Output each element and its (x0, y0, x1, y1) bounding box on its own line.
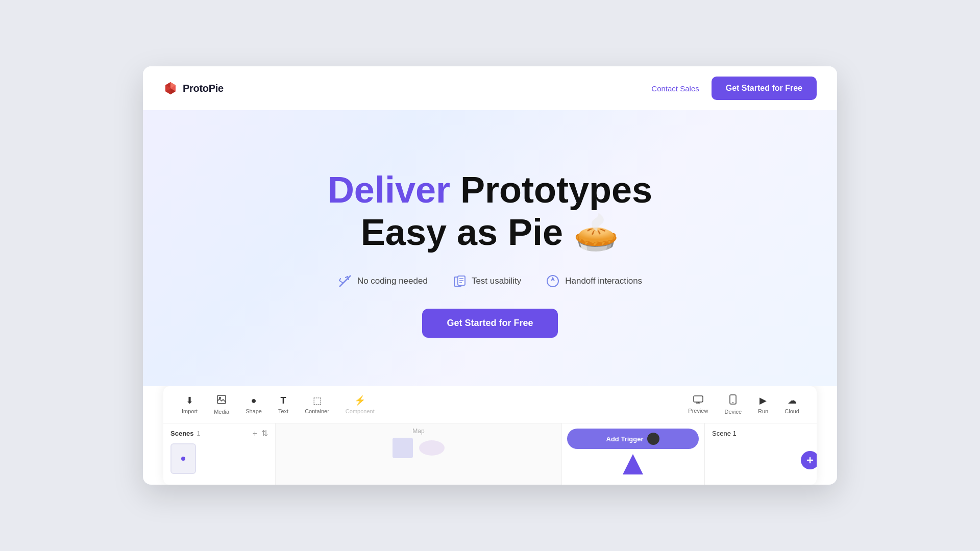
feature-test-usability-label: Test usability (472, 276, 521, 286)
get-started-button-hero[interactable]: Get Started for Free (422, 309, 557, 338)
feature-no-coding-label: No coding needed (357, 276, 428, 286)
text-icon: T (281, 395, 286, 406)
toolbar-device[interactable]: Device (717, 390, 749, 419)
scene1-label: Scene 1 (712, 430, 737, 437)
logo-icon (163, 81, 178, 95)
trigger-toggle (647, 433, 659, 445)
import-label: Import (182, 408, 198, 414)
scenes-actions: + ⇅ (253, 429, 268, 438)
import-icon: ⬇ (186, 395, 193, 406)
hero-title: Deliver Prototypes Easy as Pie 🥧 (328, 169, 652, 254)
toolbar-shape[interactable]: ● Shape (237, 391, 270, 418)
preview-icon (693, 395, 703, 406)
map-content (393, 438, 445, 458)
feature-test-usability: Test usability (452, 274, 521, 288)
app-window: ProtoPie Contact Sales Get Started for F… (143, 66, 837, 485)
svg-rect-9 (694, 396, 703, 402)
run-label: Run (758, 408, 768, 414)
toolbar-run[interactable]: ▶ Run (751, 391, 775, 418)
hero-section: Deliver Prototypes Easy as Pie 🥧 No codi… (143, 110, 837, 386)
add-trigger-button[interactable]: Add Trigger (567, 429, 699, 449)
logo-area: ProtoPie (163, 81, 224, 95)
map-label: Map (412, 428, 424, 435)
map-shape-1 (393, 438, 413, 458)
scenes-count: 1 (197, 430, 201, 437)
scenes-label: Scenes (170, 430, 194, 437)
media-label: Media (214, 409, 229, 415)
feature-handoff-label: Handoff interactions (565, 276, 642, 286)
contact-sales-link[interactable]: Contact Sales (651, 84, 699, 93)
shape-icon: ● (251, 395, 257, 406)
cloud-label: Cloud (785, 408, 799, 414)
component-icon: ⚡ (354, 395, 365, 406)
handoff-icon (546, 274, 560, 288)
logo-text: ProtoPie (183, 83, 224, 94)
media-icon (217, 395, 226, 407)
scenes-panel: Scenes 1 + ⇅ (163, 423, 276, 485)
hero-title-line2: Easy as Pie 🥧 (328, 211, 652, 254)
features-row: No coding needed Test usability (338, 274, 642, 288)
sort-scenes-button[interactable]: ⇅ (261, 429, 268, 438)
run-icon: ▶ (760, 395, 767, 406)
get-started-button-header[interactable]: Get Started for Free (712, 77, 817, 100)
component-label: Component (346, 408, 375, 414)
no-code-icon (338, 274, 352, 288)
text-label: Text (278, 408, 288, 414)
floating-action-button[interactable] (801, 451, 817, 469)
toolbar-import[interactable]: ⬇ Import (174, 391, 206, 418)
bottom-panel: ⬇ Import Media ● (163, 386, 817, 485)
add-scene-button[interactable]: + (253, 429, 257, 438)
trigger-panel: Add Trigger (561, 423, 704, 485)
scene-thumb-dot (181, 457, 185, 461)
feature-no-coding: No coding needed (338, 274, 428, 288)
toolbar-media[interactable]: Media (206, 391, 237, 419)
scene-thumbnail[interactable] (170, 443, 196, 474)
hero-title-prototypes: Prototypes (460, 169, 652, 210)
toolbar-left: ⬇ Import Media ● (174, 391, 679, 419)
map-shape-2 (419, 440, 445, 456)
device-icon (729, 394, 737, 407)
toolbar-text[interactable]: T Text (270, 391, 297, 418)
scenes-title-row: Scenes 1 (170, 430, 200, 437)
container-label: Container (305, 408, 329, 414)
container-icon: ⬚ (313, 395, 322, 406)
toolbar: ⬇ Import Media ● (163, 386, 817, 423)
preview-label: Preview (688, 408, 708, 414)
scenes-header: Scenes 1 + ⇅ (170, 429, 268, 438)
toolbar-preview[interactable]: Preview (681, 391, 715, 418)
panel-bottom: Scenes 1 + ⇅ Map (163, 423, 817, 485)
shape-label: Shape (246, 408, 262, 414)
feature-handoff: Handoff interactions (546, 274, 642, 288)
toolbar-container[interactable]: ⬚ Container (297, 391, 337, 418)
map-panel: Map (276, 423, 561, 485)
toolbar-cloud[interactable]: ☁ Cloud (777, 391, 806, 418)
trigger-arrow-indicator (623, 454, 643, 474)
toolbar-right: Preview Device ▶ Run (681, 390, 806, 419)
header-nav: Contact Sales Get Started for Free (651, 77, 817, 100)
device-label: Device (724, 409, 742, 415)
svg-point-13 (732, 402, 733, 403)
cloud-icon: ☁ (788, 395, 797, 406)
hero-title-deliver: Deliver (328, 169, 450, 210)
add-trigger-label: Add Trigger (606, 435, 644, 443)
usability-icon (452, 274, 467, 288)
scene-detail-panel: Scene 1 (704, 423, 817, 485)
toolbar-component: ⚡ Component (337, 391, 383, 418)
header: ProtoPie Contact Sales Get Started for F… (143, 66, 837, 110)
